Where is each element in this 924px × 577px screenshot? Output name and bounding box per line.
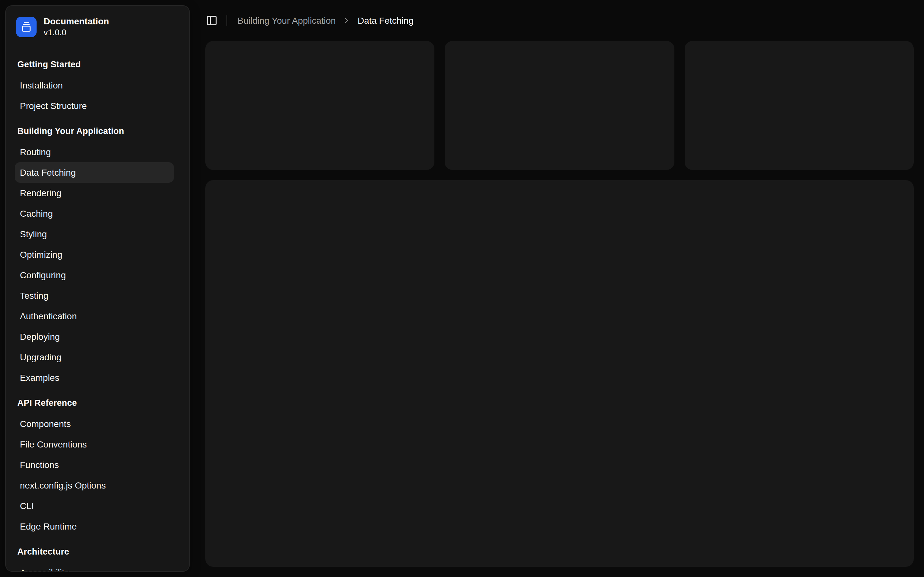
sidebar-group-label: Building Your Application — [15, 121, 174, 142]
placeholder-card — [205, 41, 435, 170]
sidebar-group-label: API Reference — [15, 393, 174, 414]
sidebar-item-file-conventions[interactable]: File Conventions — [15, 434, 174, 455]
breadcrumb-current-page: Data Fetching — [358, 15, 414, 26]
sidebar-item-cli[interactable]: CLI — [15, 496, 174, 516]
sidebar-group-label: Architecture — [15, 542, 174, 562]
header-separator — [226, 15, 227, 26]
sidebar-brand[interactable]: Documentation v1.0.0 — [6, 6, 189, 43]
chevron-right-icon — [342, 16, 351, 25]
sidebar-item-upgrading[interactable]: Upgrading — [15, 347, 174, 367]
sidebar-menu: ComponentsFile ConventionsFunctionsnext.… — [15, 414, 174, 537]
sidebar-item-examples[interactable]: Examples — [15, 367, 174, 388]
sidebar-item-rendering[interactable]: Rendering — [15, 183, 174, 203]
sidebar-item-testing[interactable]: Testing — [15, 285, 174, 306]
placeholder-card-grid — [205, 41, 914, 170]
sidebar-toggle-button[interactable] — [203, 11, 221, 29]
sidebar-item-accessibility[interactable]: Accessibility — [15, 562, 174, 572]
gallery-vertical-end-icon — [16, 17, 37, 37]
app-version: v1.0.0 — [44, 27, 109, 38]
sidebar-item-project-structure[interactable]: Project Structure — [15, 95, 174, 116]
sidebar-item-deploying[interactable]: Deploying — [15, 326, 174, 347]
sidebar: Documentation v1.0.0 Getting StartedInst… — [5, 5, 190, 572]
main-header: Building Your Application Data Fetching — [195, 0, 924, 41]
main-area: Building Your Application Data Fetching — [195, 0, 924, 577]
sidebar-item-components[interactable]: Components — [15, 414, 174, 434]
sidebar-item-routing[interactable]: Routing — [15, 142, 174, 162]
sidebar-group: Getting StartedInstallationProject Struc… — [15, 55, 174, 116]
sidebar-item-data-fetching[interactable]: Data Fetching — [15, 162, 174, 183]
sidebar-menu: RoutingData FetchingRenderingCachingStyl… — [15, 142, 174, 388]
sidebar-item-next-config-js-options[interactable]: next.config.js Options — [15, 475, 174, 496]
app-title: Documentation — [44, 16, 109, 27]
sidebar-item-styling[interactable]: Styling — [15, 224, 174, 244]
placeholder-panel — [205, 180, 914, 567]
sidebar-group-label: Getting Started — [15, 55, 174, 75]
sidebar-menu: InstallationProject Structure — [15, 75, 174, 116]
sidebar-menu: Accessibility — [15, 562, 174, 572]
sidebar-group: API ReferenceComponentsFile ConventionsF… — [15, 393, 174, 537]
breadcrumb: Building Your Application Data Fetching — [237, 15, 414, 26]
sidebar-group: Building Your ApplicationRoutingData Fet… — [15, 121, 174, 388]
sidebar-group: ArchitectureAccessibility — [15, 542, 174, 572]
sidebar-nav: Getting StartedInstallationProject Struc… — [6, 43, 189, 572]
sidebar-item-authentication[interactable]: Authentication — [15, 306, 174, 326]
main-content — [195, 41, 924, 577]
sidebar-item-optimizing[interactable]: Optimizing — [15, 244, 174, 265]
brand-text: Documentation v1.0.0 — [44, 16, 109, 38]
sidebar-item-installation[interactable]: Installation — [15, 75, 174, 95]
sidebar-item-edge-runtime[interactable]: Edge Runtime — [15, 516, 174, 537]
app-root: Documentation v1.0.0 Getting StartedInst… — [0, 0, 924, 577]
sidebar-item-configuring[interactable]: Configuring — [15, 265, 174, 285]
placeholder-card — [684, 41, 914, 170]
sidebar-item-functions[interactable]: Functions — [15, 455, 174, 475]
placeholder-card — [445, 41, 674, 170]
breadcrumb-parent-link[interactable]: Building Your Application — [237, 15, 336, 26]
panel-left-icon — [206, 15, 218, 26]
sidebar-item-caching[interactable]: Caching — [15, 203, 174, 224]
